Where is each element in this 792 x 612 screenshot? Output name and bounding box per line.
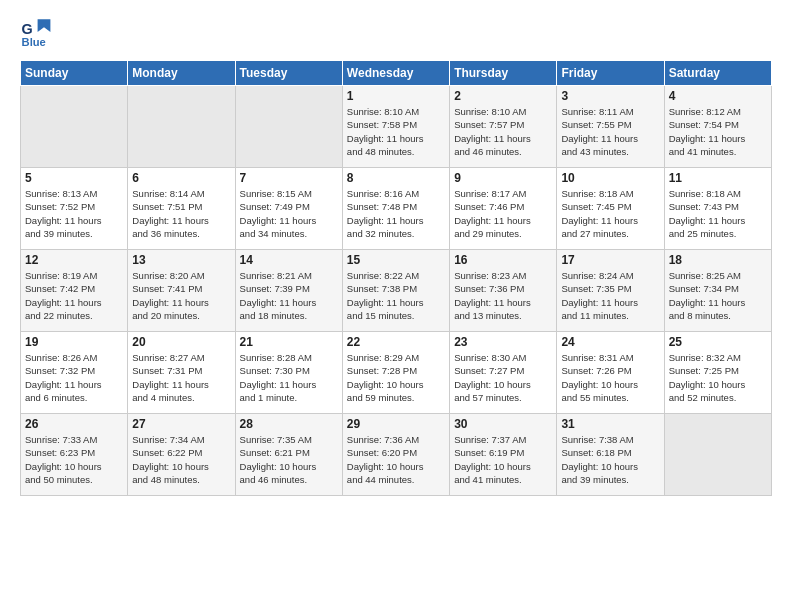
day-info: Sunrise: 8:19 AM Sunset: 7:42 PM Dayligh…: [25, 269, 123, 322]
day-info: Sunrise: 8:32 AM Sunset: 7:25 PM Dayligh…: [669, 351, 767, 404]
day-number: 24: [561, 335, 659, 349]
day-number: 31: [561, 417, 659, 431]
calendar-day-30: 30Sunrise: 7:37 AM Sunset: 6:19 PM Dayli…: [450, 414, 557, 496]
calendar-week-row: 26Sunrise: 7:33 AM Sunset: 6:23 PM Dayli…: [21, 414, 772, 496]
weekday-header-row: SundayMondayTuesdayWednesdayThursdayFrid…: [21, 61, 772, 86]
day-number: 16: [454, 253, 552, 267]
day-number: 11: [669, 171, 767, 185]
calendar-day-2: 2Sunrise: 8:10 AM Sunset: 7:57 PM Daylig…: [450, 86, 557, 168]
day-info: Sunrise: 7:33 AM Sunset: 6:23 PM Dayligh…: [25, 433, 123, 486]
calendar-empty-cell: [664, 414, 771, 496]
day-number: 2: [454, 89, 552, 103]
day-info: Sunrise: 7:35 AM Sunset: 6:21 PM Dayligh…: [240, 433, 338, 486]
day-number: 14: [240, 253, 338, 267]
day-info: Sunrise: 8:10 AM Sunset: 7:57 PM Dayligh…: [454, 105, 552, 158]
day-info: Sunrise: 8:11 AM Sunset: 7:55 PM Dayligh…: [561, 105, 659, 158]
calendar-day-5: 5Sunrise: 8:13 AM Sunset: 7:52 PM Daylig…: [21, 168, 128, 250]
day-info: Sunrise: 8:23 AM Sunset: 7:36 PM Dayligh…: [454, 269, 552, 322]
weekday-header-friday: Friday: [557, 61, 664, 86]
day-number: 4: [669, 89, 767, 103]
page-container: G Blue SundayMondayTuesdayWednesdayThurs…: [0, 0, 792, 506]
calendar-day-7: 7Sunrise: 8:15 AM Sunset: 7:49 PM Daylig…: [235, 168, 342, 250]
calendar-day-3: 3Sunrise: 8:11 AM Sunset: 7:55 PM Daylig…: [557, 86, 664, 168]
calendar-day-25: 25Sunrise: 8:32 AM Sunset: 7:25 PM Dayli…: [664, 332, 771, 414]
calendar-table: SundayMondayTuesdayWednesdayThursdayFrid…: [20, 60, 772, 496]
day-info: Sunrise: 8:12 AM Sunset: 7:54 PM Dayligh…: [669, 105, 767, 158]
day-info: Sunrise: 8:27 AM Sunset: 7:31 PM Dayligh…: [132, 351, 230, 404]
day-info: Sunrise: 8:13 AM Sunset: 7:52 PM Dayligh…: [25, 187, 123, 240]
day-number: 23: [454, 335, 552, 349]
calendar-day-21: 21Sunrise: 8:28 AM Sunset: 7:30 PM Dayli…: [235, 332, 342, 414]
calendar-day-31: 31Sunrise: 7:38 AM Sunset: 6:18 PM Dayli…: [557, 414, 664, 496]
day-number: 20: [132, 335, 230, 349]
calendar-day-29: 29Sunrise: 7:36 AM Sunset: 6:20 PM Dayli…: [342, 414, 449, 496]
day-info: Sunrise: 8:18 AM Sunset: 7:45 PM Dayligh…: [561, 187, 659, 240]
header: G Blue: [20, 16, 772, 48]
calendar-week-row: 19Sunrise: 8:26 AM Sunset: 7:32 PM Dayli…: [21, 332, 772, 414]
day-number: 26: [25, 417, 123, 431]
day-info: Sunrise: 8:21 AM Sunset: 7:39 PM Dayligh…: [240, 269, 338, 322]
day-number: 7: [240, 171, 338, 185]
calendar-day-23: 23Sunrise: 8:30 AM Sunset: 7:27 PM Dayli…: [450, 332, 557, 414]
calendar-day-11: 11Sunrise: 8:18 AM Sunset: 7:43 PM Dayli…: [664, 168, 771, 250]
day-number: 29: [347, 417, 445, 431]
calendar-week-row: 12Sunrise: 8:19 AM Sunset: 7:42 PM Dayli…: [21, 250, 772, 332]
day-info: Sunrise: 8:18 AM Sunset: 7:43 PM Dayligh…: [669, 187, 767, 240]
calendar-empty-cell: [235, 86, 342, 168]
calendar-day-12: 12Sunrise: 8:19 AM Sunset: 7:42 PM Dayli…: [21, 250, 128, 332]
logo-icon: G Blue: [20, 16, 52, 48]
day-info: Sunrise: 8:17 AM Sunset: 7:46 PM Dayligh…: [454, 187, 552, 240]
day-number: 19: [25, 335, 123, 349]
day-number: 9: [454, 171, 552, 185]
calendar-week-row: 1Sunrise: 8:10 AM Sunset: 7:58 PM Daylig…: [21, 86, 772, 168]
weekday-header-sunday: Sunday: [21, 61, 128, 86]
weekday-header-wednesday: Wednesday: [342, 61, 449, 86]
day-number: 30: [454, 417, 552, 431]
day-info: Sunrise: 8:10 AM Sunset: 7:58 PM Dayligh…: [347, 105, 445, 158]
calendar-day-26: 26Sunrise: 7:33 AM Sunset: 6:23 PM Dayli…: [21, 414, 128, 496]
calendar-day-10: 10Sunrise: 8:18 AM Sunset: 7:45 PM Dayli…: [557, 168, 664, 250]
calendar-day-9: 9Sunrise: 8:17 AM Sunset: 7:46 PM Daylig…: [450, 168, 557, 250]
day-info: Sunrise: 8:29 AM Sunset: 7:28 PM Dayligh…: [347, 351, 445, 404]
day-info: Sunrise: 8:20 AM Sunset: 7:41 PM Dayligh…: [132, 269, 230, 322]
calendar-empty-cell: [21, 86, 128, 168]
day-number: 3: [561, 89, 659, 103]
logo: G Blue: [20, 16, 56, 48]
weekday-header-tuesday: Tuesday: [235, 61, 342, 86]
calendar-day-17: 17Sunrise: 8:24 AM Sunset: 7:35 PM Dayli…: [557, 250, 664, 332]
day-number: 22: [347, 335, 445, 349]
day-number: 1: [347, 89, 445, 103]
day-info: Sunrise: 8:28 AM Sunset: 7:30 PM Dayligh…: [240, 351, 338, 404]
day-number: 8: [347, 171, 445, 185]
calendar-day-1: 1Sunrise: 8:10 AM Sunset: 7:58 PM Daylig…: [342, 86, 449, 168]
day-number: 18: [669, 253, 767, 267]
weekday-header-monday: Monday: [128, 61, 235, 86]
calendar-day-4: 4Sunrise: 8:12 AM Sunset: 7:54 PM Daylig…: [664, 86, 771, 168]
day-number: 10: [561, 171, 659, 185]
svg-text:G: G: [22, 21, 33, 37]
day-number: 21: [240, 335, 338, 349]
day-info: Sunrise: 7:36 AM Sunset: 6:20 PM Dayligh…: [347, 433, 445, 486]
day-number: 6: [132, 171, 230, 185]
day-info: Sunrise: 8:22 AM Sunset: 7:38 PM Dayligh…: [347, 269, 445, 322]
day-number: 15: [347, 253, 445, 267]
day-info: Sunrise: 8:25 AM Sunset: 7:34 PM Dayligh…: [669, 269, 767, 322]
day-info: Sunrise: 7:37 AM Sunset: 6:19 PM Dayligh…: [454, 433, 552, 486]
calendar-empty-cell: [128, 86, 235, 168]
calendar-week-row: 5Sunrise: 8:13 AM Sunset: 7:52 PM Daylig…: [21, 168, 772, 250]
day-info: Sunrise: 7:34 AM Sunset: 6:22 PM Dayligh…: [132, 433, 230, 486]
calendar-day-15: 15Sunrise: 8:22 AM Sunset: 7:38 PM Dayli…: [342, 250, 449, 332]
svg-text:Blue: Blue: [22, 36, 46, 48]
calendar-day-16: 16Sunrise: 8:23 AM Sunset: 7:36 PM Dayli…: [450, 250, 557, 332]
calendar-day-20: 20Sunrise: 8:27 AM Sunset: 7:31 PM Dayli…: [128, 332, 235, 414]
day-info: Sunrise: 8:15 AM Sunset: 7:49 PM Dayligh…: [240, 187, 338, 240]
calendar-day-6: 6Sunrise: 8:14 AM Sunset: 7:51 PM Daylig…: [128, 168, 235, 250]
weekday-header-thursday: Thursday: [450, 61, 557, 86]
day-number: 12: [25, 253, 123, 267]
day-info: Sunrise: 8:26 AM Sunset: 7:32 PM Dayligh…: [25, 351, 123, 404]
day-info: Sunrise: 8:16 AM Sunset: 7:48 PM Dayligh…: [347, 187, 445, 240]
svg-marker-2: [38, 19, 51, 32]
calendar-day-18: 18Sunrise: 8:25 AM Sunset: 7:34 PM Dayli…: [664, 250, 771, 332]
calendar-day-28: 28Sunrise: 7:35 AM Sunset: 6:21 PM Dayli…: [235, 414, 342, 496]
calendar-day-27: 27Sunrise: 7:34 AM Sunset: 6:22 PM Dayli…: [128, 414, 235, 496]
